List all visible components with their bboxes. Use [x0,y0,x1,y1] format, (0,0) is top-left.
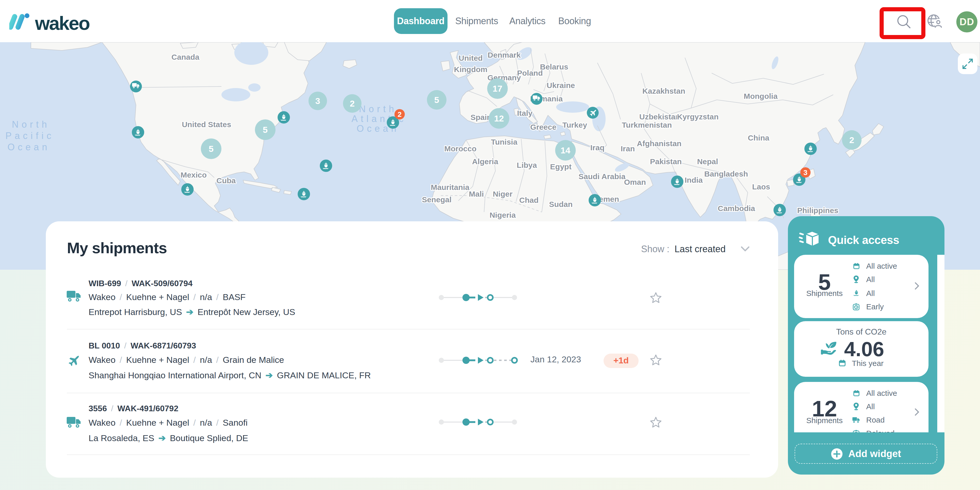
svg-text:Saudi Arabia: Saudi Arabia [579,172,626,181]
svg-text:2: 2 [350,98,355,108]
svg-text:Morocco: Morocco [444,144,476,153]
svg-text:Cambodia: Cambodia [718,204,755,212]
svg-text:Bangladesh: Bangladesh [704,170,748,178]
svg-text:5: 5 [209,144,214,154]
svg-text:Libya: Libya [517,161,537,169]
svg-text:Algeria: Algeria [472,157,498,166]
svg-text:14: 14 [560,146,570,155]
svg-text:Poland: Poland [517,69,543,77]
svg-text:5: 5 [263,125,268,135]
svg-text:Kazakhstan: Kazakhstan [643,87,686,95]
svg-text:5: 5 [434,95,439,105]
svg-text:Ukraine: Ukraine [547,81,575,90]
svg-text:Mexico: Mexico [180,171,207,179]
svg-text:Italy: Italy [517,109,533,117]
svg-text:2: 2 [398,110,402,118]
svg-text:Niger: Niger [493,190,513,198]
svg-text:Mongolia: Mongolia [744,92,778,100]
svg-text:3: 3 [803,168,808,176]
svg-text:North: North [359,104,397,114]
svg-text:Mauritania: Mauritania [431,183,469,192]
svg-text:Chad: Chad [519,196,539,205]
svg-text:Egypt: Egypt [550,162,571,171]
svg-text:Pacific: Pacific [5,130,54,141]
svg-text:Mali: Mali [469,190,484,198]
svg-text:Canada: Canada [172,53,200,61]
svg-text:Oman: Oman [624,178,646,186]
svg-text:Belarus: Belarus [540,63,568,71]
svg-text:12: 12 [494,114,504,123]
svg-text:Uzbekistan: Uzbekistan [640,113,680,121]
svg-text:3: 3 [315,96,320,106]
svg-text:North: North [12,119,50,130]
svg-text:Laos: Laos [752,182,770,191]
svg-text:Kyrgyzstan: Kyrgyzstan [677,113,719,121]
svg-text:Tunisia: Tunisia [491,138,517,146]
svg-text:China: China [748,133,769,142]
svg-text:2: 2 [850,135,854,145]
svg-text:Nepal: Nepal [697,157,718,166]
svg-text:Turkmenistan: Turkmenistan [622,121,672,129]
svg-text:Ocean: Ocean [8,142,50,152]
svg-text:Spain: Spain [471,113,492,122]
svg-text:Cuba: Cuba [216,176,236,185]
svg-text:Senegal: Senegal [422,195,451,204]
svg-text:Nigeria: Nigeria [490,211,516,219]
svg-text:17: 17 [493,84,502,94]
svg-text:United: United [458,54,482,62]
svg-text:Denmark: Denmark [488,51,521,59]
svg-text:Kingdom: Kingdom [454,65,487,74]
svg-text:Turkey: Turkey [562,121,587,129]
svg-text:Sudan: Sudan [549,200,573,208]
svg-text:Afghanistan: Afghanistan [637,139,681,148]
svg-text:Philippines: Philippines [797,206,838,215]
svg-text:Iran: Iran [620,144,635,153]
svg-text:Greece: Greece [530,123,557,131]
svg-text:India: India [685,176,703,184]
svg-text:Pakistan: Pakistan [650,157,682,166]
svg-text:United States: United States [182,120,231,128]
svg-text:Iraq: Iraq [590,143,605,152]
